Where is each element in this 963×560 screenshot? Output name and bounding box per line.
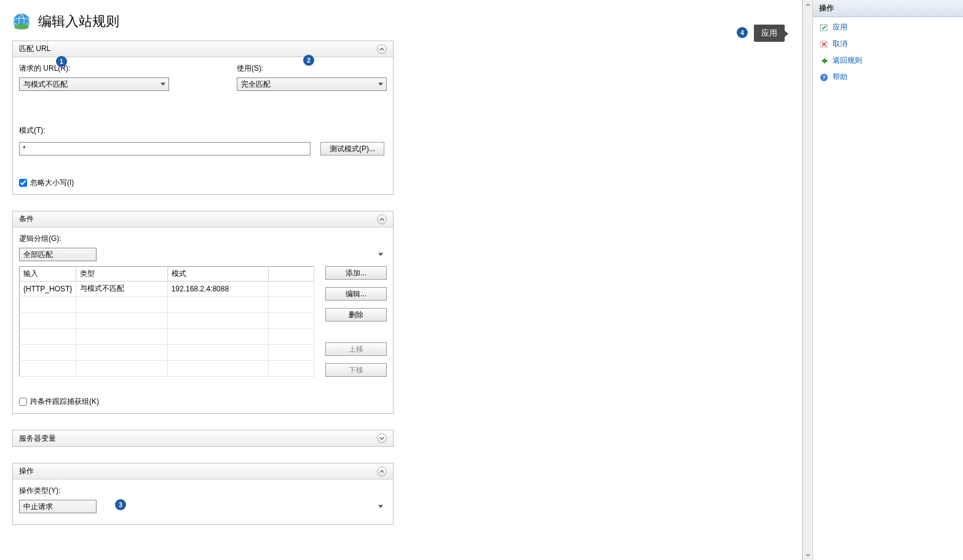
panel-match-url-header: 匹配 URL bbox=[13, 41, 393, 57]
cell-blank bbox=[268, 282, 314, 297]
panel-conditions: 条件 逻辑分组(G): 全部匹配 bbox=[12, 211, 394, 414]
tooltip-apply: 4 应用 bbox=[754, 25, 785, 42]
table-row[interactable]: {HTTP_HOST} 与模式不匹配 192.168.2.4:8088 bbox=[20, 282, 314, 297]
annotation-2: 2 bbox=[303, 55, 314, 66]
annotation-4: 4 bbox=[737, 27, 748, 38]
panel-server-vars: 服务器变量 bbox=[12, 430, 394, 447]
action-back[interactable]: 返回规则 bbox=[818, 54, 958, 67]
edit-condition-button[interactable]: 编辑... bbox=[325, 287, 387, 301]
cancel-icon bbox=[819, 39, 829, 49]
pattern-label: 模式(T): bbox=[19, 125, 387, 136]
ignore-case-label: 忽略大小写(I) bbox=[30, 178, 74, 188]
action-apply-label: 应用 bbox=[833, 22, 847, 33]
track-capture-checkbox[interactable] bbox=[19, 398, 27, 406]
svg-text:?: ? bbox=[822, 74, 826, 81]
annotation-3: 3 bbox=[115, 499, 126, 510]
page-header: 编辑入站规则 bbox=[0, 0, 802, 41]
panel-action-header: 操作 bbox=[13, 463, 393, 479]
panel-server-vars-header: 服务器变量 bbox=[13, 430, 393, 446]
globe-icon bbox=[12, 12, 31, 31]
vertical-scrollbar[interactable] bbox=[802, 0, 812, 560]
table-row bbox=[20, 296, 314, 312]
panel-action-title: 操作 bbox=[19, 466, 34, 476]
panel-action: 操作 操作类型(Y): 中止请求 3 bbox=[12, 463, 394, 525]
cell-input: {HTTP_HOST} bbox=[20, 282, 76, 297]
tooltip-apply-text: 应用 bbox=[761, 28, 777, 37]
col-type: 类型 bbox=[76, 267, 167, 282]
remove-condition-button[interactable]: 删除 bbox=[325, 308, 387, 321]
cell-pattern: 192.168.2.4:8088 bbox=[167, 282, 268, 297]
track-capture-label: 跨条件跟踪捕获组(K) bbox=[30, 396, 99, 407]
col-pattern: 模式 bbox=[167, 267, 268, 282]
panel-conditions-header: 条件 bbox=[13, 211, 393, 227]
action-back-label: 返回规则 bbox=[833, 55, 862, 66]
main-content: 4 应用 编辑入站规则 匹配 URL 1 2 请求的 URL(R): bbox=[0, 0, 802, 560]
svg-rect-2 bbox=[820, 25, 827, 31]
apply-icon bbox=[819, 23, 829, 33]
using-select[interactable]: 完全匹配 bbox=[237, 77, 387, 91]
panel-conditions-title: 条件 bbox=[19, 214, 34, 224]
move-up-button[interactable]: 上移 bbox=[325, 342, 387, 356]
using-label: 使用(S): bbox=[237, 63, 387, 74]
annotation-1: 1 bbox=[56, 56, 67, 67]
action-type-select[interactable]: 中止请求 bbox=[19, 500, 97, 513]
actions-panel-header: 操作 bbox=[813, 0, 963, 17]
action-type-label: 操作类型(Y): bbox=[19, 486, 387, 496]
pattern-input[interactable] bbox=[19, 142, 311, 156]
test-pattern-button[interactable]: 测试模式(P)... bbox=[320, 142, 384, 156]
scroll-down-arrow[interactable] bbox=[803, 550, 812, 560]
svg-rect-4 bbox=[825, 60, 827, 62]
help-icon: ? bbox=[819, 73, 829, 82]
action-apply[interactable]: 应用 bbox=[818, 21, 958, 34]
col-blank bbox=[268, 267, 314, 282]
page-title: 编辑入站规则 bbox=[38, 12, 119, 31]
requested-url-label: 请求的 URL(R): bbox=[19, 63, 169, 74]
add-condition-button[interactable]: 添加... bbox=[325, 266, 387, 280]
back-arrow-icon bbox=[819, 56, 829, 66]
logic-group-label: 逻辑分组(G): bbox=[19, 234, 387, 244]
conditions-table[interactable]: 输入 类型 模式 {HTTP_HOST} 与模式不匹配 192.168.2.4:… bbox=[19, 266, 314, 377]
col-input: 输入 bbox=[20, 267, 76, 282]
action-help-label: 帮助 bbox=[833, 72, 847, 82]
scroll-up-arrow[interactable] bbox=[803, 0, 812, 10]
collapse-button[interactable] bbox=[377, 215, 387, 224]
panel-match-url-title: 匹配 URL bbox=[19, 44, 50, 54]
expand-button[interactable] bbox=[377, 433, 387, 443]
move-down-button[interactable]: 下移 bbox=[325, 363, 387, 377]
action-help[interactable]: ? 帮助 bbox=[818, 71, 958, 84]
requested-url-select[interactable]: 与模式不匹配 bbox=[19, 77, 169, 91]
table-row bbox=[20, 312, 314, 328]
panel-server-vars-title: 服务器变量 bbox=[19, 433, 56, 444]
collapse-button[interactable] bbox=[377, 467, 387, 476]
table-row bbox=[20, 344, 314, 360]
table-row bbox=[20, 328, 314, 344]
cell-type: 与模式不匹配 bbox=[76, 282, 167, 297]
collapse-button[interactable] bbox=[377, 44, 387, 54]
panel-match-url: 匹配 URL 1 2 请求的 URL(R): 与模式不匹配 bbox=[12, 41, 394, 195]
logic-group-select[interactable]: 全部匹配 bbox=[19, 248, 97, 261]
ignore-case-checkbox[interactable] bbox=[19, 179, 27, 187]
actions-panel: 操作 应用 取消 返回规则 ? 帮助 bbox=[812, 0, 963, 560]
table-row bbox=[20, 360, 314, 376]
action-cancel-label: 取消 bbox=[833, 39, 847, 49]
action-cancel[interactable]: 取消 bbox=[818, 37, 958, 50]
